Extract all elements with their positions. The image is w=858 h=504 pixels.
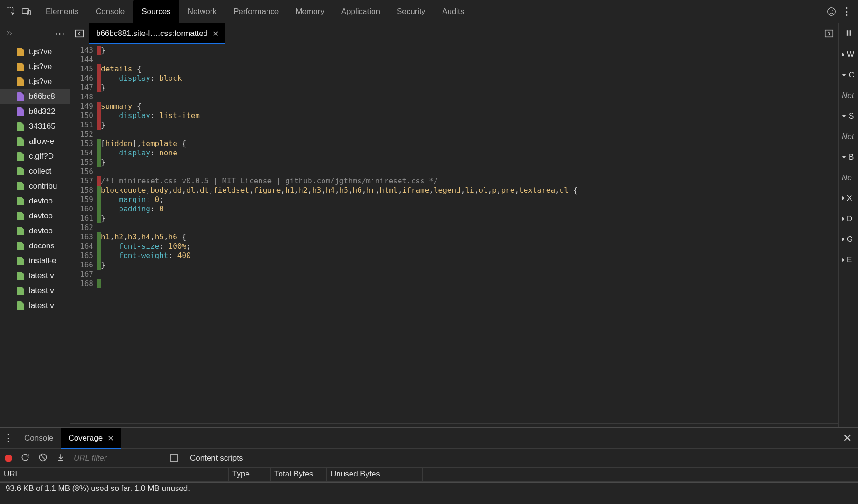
file-tree-item[interactable]: docons xyxy=(0,238,70,253)
debugger-section[interactable]: G xyxy=(839,229,858,250)
col-total[interactable]: Total Bytes xyxy=(271,468,327,481)
url-filter-input[interactable] xyxy=(74,454,144,463)
coverage-summary: 93.6 KB of 1.1 MB (8%) used so far. 1.0 … xyxy=(0,482,858,495)
export-icon[interactable] xyxy=(56,453,65,463)
debugger-section[interactable]: S xyxy=(839,106,858,126)
col-url[interactable]: URL xyxy=(0,468,229,481)
debugger-section[interactable]: W xyxy=(839,44,858,65)
panel-tab-network[interactable]: Network xyxy=(179,0,225,23)
panel-tab-elements[interactable]: Elements xyxy=(37,0,87,23)
chevron-right-icon xyxy=(842,52,844,57)
debugger-section: No xyxy=(839,168,858,188)
panel-tab-application[interactable]: Application xyxy=(333,0,388,23)
drawer-close-icon[interactable]: ✕ xyxy=(843,432,851,444)
file-label: latest.v xyxy=(29,271,54,280)
nav-toggle-right-icon[interactable] xyxy=(820,23,838,44)
file-icon xyxy=(17,63,24,71)
panel-tab-audits[interactable]: Audits xyxy=(434,0,472,23)
file-tree-item[interactable]: t.js?ve xyxy=(0,59,70,74)
file-tree-item[interactable]: 343165 xyxy=(0,119,70,134)
content-scripts-checkbox[interactable] xyxy=(170,454,178,462)
panel-tab-sources[interactable]: Sources xyxy=(133,0,179,23)
drawer-menu-icon[interactable]: ⋮ xyxy=(0,432,17,444)
file-icon xyxy=(17,137,24,146)
file-icon xyxy=(17,167,24,175)
debugger-section[interactable]: C xyxy=(839,65,858,85)
file-tree-item[interactable]: collect xyxy=(0,164,70,179)
nav-toggle-left-icon[interactable] xyxy=(70,23,89,44)
chevron-down-icon xyxy=(842,156,846,159)
file-tree-item[interactable]: c.gif?D xyxy=(0,149,70,164)
file-tree-item[interactable]: install-e xyxy=(0,253,70,268)
inspect-icon[interactable] xyxy=(3,4,19,20)
close-icon[interactable]: ✕ xyxy=(212,29,218,38)
code-editor[interactable]: 1431441451461471481491501511521531541551… xyxy=(70,44,838,423)
navigator-expand-icon[interactable] xyxy=(4,28,13,39)
svg-rect-9 xyxy=(849,30,851,36)
navigator-pane: ⋯ t.js?vet.js?vet.js?veb66bc8b8d32234316… xyxy=(0,23,70,439)
content-scripts-label: Content scripts xyxy=(190,454,243,463)
file-label: install-e xyxy=(29,256,56,266)
file-tree-item[interactable]: devtoo xyxy=(0,194,70,209)
file-label: latest.v xyxy=(29,301,54,310)
panel-tab-console[interactable]: Console xyxy=(87,0,133,23)
feedback-icon[interactable] xyxy=(823,4,839,20)
file-icon xyxy=(17,92,24,101)
file-tree-item[interactable]: b66bc8 xyxy=(0,89,70,104)
file-tree-item[interactable]: devtoo xyxy=(0,209,70,224)
file-label: collect xyxy=(29,167,51,176)
chevron-right-icon xyxy=(842,258,844,262)
svg-point-5 xyxy=(832,10,833,11)
col-unused[interactable]: Unused Bytes xyxy=(327,468,423,481)
file-icon xyxy=(17,212,24,220)
reload-icon[interactable] xyxy=(21,453,30,463)
file-tree-item[interactable]: latest.v xyxy=(0,283,70,298)
file-tab-label: b66bc881.site-l….css:formatted xyxy=(96,29,208,38)
file-tree-item[interactable]: devtoo xyxy=(0,224,70,238)
main-toolbar: ElementsConsoleSourcesNetworkPerformance… xyxy=(0,0,858,23)
file-label: t.js?ve xyxy=(29,77,52,86)
file-label: 343165 xyxy=(29,122,56,131)
debugger-section[interactable]: B xyxy=(839,147,858,168)
file-label: c.gif?D xyxy=(29,152,54,161)
record-button[interactable] xyxy=(5,455,12,462)
file-label: contribu xyxy=(29,182,57,191)
file-tree-item[interactable]: t.js?ve xyxy=(0,44,70,59)
debugger-section[interactable]: D xyxy=(839,209,858,229)
file-tab[interactable]: b66bc881.site-l….css:formatted ✕ xyxy=(89,23,225,44)
close-icon[interactable]: ✕ xyxy=(107,434,114,443)
file-label: devtoo xyxy=(29,196,53,206)
file-tree-item[interactable]: b8d322 xyxy=(0,104,70,119)
file-tree-item[interactable]: t.js?ve xyxy=(0,74,70,89)
file-tree-item[interactable]: allow-e xyxy=(0,134,70,149)
panel-tabs: ElementsConsoleSourcesNetworkPerformance… xyxy=(37,0,473,23)
debugger-section[interactable]: E xyxy=(839,250,858,270)
file-icon xyxy=(17,272,24,280)
navigator-more-icon[interactable]: ⋯ xyxy=(55,28,66,40)
clear-icon[interactable] xyxy=(38,453,48,463)
more-menu-icon[interactable]: ⋮ xyxy=(839,4,855,20)
editor-pane: b66bc881.site-l….css:formatted ✕ 1431441… xyxy=(70,23,838,439)
chevron-right-icon xyxy=(842,196,844,201)
svg-point-4 xyxy=(830,10,830,11)
drawer-tab-console[interactable]: Console xyxy=(17,428,61,448)
file-icon xyxy=(17,107,24,116)
svg-rect-7 xyxy=(825,30,833,37)
file-tree-item[interactable]: latest.v xyxy=(0,268,70,283)
drawer-tab-coverage[interactable]: Coverage✕ xyxy=(61,428,121,448)
debugger-section[interactable]: X xyxy=(839,188,858,209)
panel-tab-memory[interactable]: Memory xyxy=(287,0,332,23)
file-label: docons xyxy=(29,241,55,251)
pause-icon[interactable] xyxy=(844,28,853,39)
file-label: latest.v xyxy=(29,286,54,295)
panel-tab-performance[interactable]: Performance xyxy=(225,0,287,23)
file-tree-item[interactable]: contribu xyxy=(0,179,70,194)
file-icon xyxy=(17,301,24,310)
file-label: devtoo xyxy=(29,226,53,236)
file-icon xyxy=(17,122,24,131)
device-toggle-icon[interactable] xyxy=(19,4,35,20)
col-type[interactable]: Type xyxy=(229,468,271,481)
file-tree-item[interactable]: latest.v xyxy=(0,298,70,313)
panel-tab-security[interactable]: Security xyxy=(388,0,434,23)
chevron-down-icon xyxy=(842,74,846,77)
